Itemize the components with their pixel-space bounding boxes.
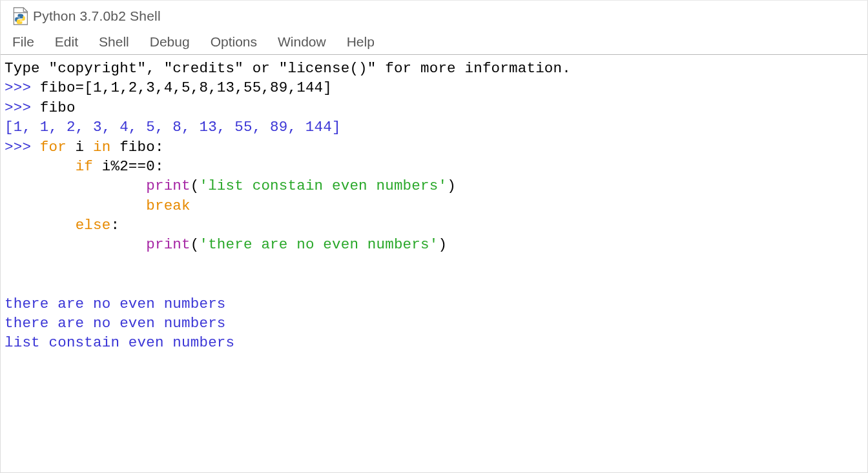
keyword-for: for [40,139,67,156]
indent [5,217,76,234]
menu-shell[interactable]: Shell [88,32,140,52]
indent [5,197,146,214]
prompt: >>> [5,139,40,156]
keyword-else: else [76,217,111,234]
colon: : [110,217,119,234]
code-text: i%2==0: [93,158,164,175]
menu-options[interactable]: Options [200,32,267,52]
output-line: there are no even numbers [5,315,226,332]
code-text: i [67,139,93,156]
titlebar: Python 3.7.0b2 Shell [1,1,867,29]
keyword-in: in [93,139,110,156]
menu-debug[interactable]: Debug [140,32,200,52]
code-line-2: fibo [40,99,76,116]
indent [5,236,146,253]
output-line: there are no even numbers [5,296,226,312]
shell-info-line: Type "copyright", "credits" or "license(… [5,60,571,77]
code-text: fibo: [110,139,163,156]
menu-help[interactable]: Help [336,32,385,52]
python-file-icon [11,7,29,25]
prompt: >>> [5,99,40,116]
paren: ) [438,236,447,253]
keyword-if: if [76,158,93,175]
string-literal: 'there are no even numbers' [199,236,438,253]
paren: ) [447,177,456,194]
output-repr: [1, 1, 2, 3, 4, 5, 8, 13, 55, 89, 144] [5,119,341,136]
paren: ( [191,236,200,253]
menu-file[interactable]: File [8,32,45,52]
window-title: Python 3.7.0b2 Shell [33,8,161,24]
code-line-1: fibo=[1,1,2,3,4,5,8,13,55,89,144] [40,79,332,96]
paren: ( [191,177,200,194]
indent [5,158,76,175]
builtin-print: print [146,236,191,253]
shell-text-area[interactable]: Type "copyright", "credits" or "license(… [1,55,867,357]
builtin-print: print [146,177,191,194]
indent [5,177,146,194]
idle-shell-window: Python 3.7.0b2 Shell File Edit Shell Deb… [0,0,868,473]
output-line: list constain even numbers [5,334,234,351]
menu-edit[interactable]: Edit [45,32,88,52]
prompt: >>> [5,79,40,96]
menu-window[interactable]: Window [267,32,336,52]
string-literal: 'list constain even numbers' [199,177,447,194]
keyword-break: break [146,197,191,214]
menubar: File Edit Shell Debug Options Window Hel… [1,29,867,55]
